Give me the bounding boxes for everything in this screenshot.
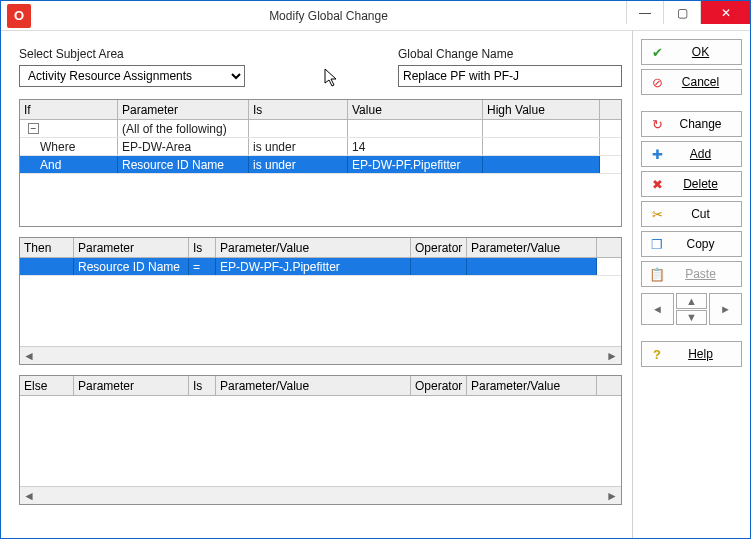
else-hdr-operator: Operator xyxy=(411,376,467,395)
scroll-right-icon[interactable]: ► xyxy=(603,347,621,365)
copy-button[interactable]: ❐ Copy xyxy=(641,231,742,257)
cut-icon: ✂ xyxy=(648,207,666,222)
if-grid[interactable]: If Parameter Is Value High Value − (All … xyxy=(19,99,622,227)
change-icon: ↻ xyxy=(648,117,666,132)
minimize-button[interactable]: — xyxy=(626,1,663,24)
nav-left-button[interactable]: ◄ xyxy=(641,293,674,325)
modify-global-change-window: O Modify Global Change — ▢ ✕ Select Subj… xyxy=(0,0,751,539)
delete-button[interactable]: ✖ Delete xyxy=(641,171,742,197)
add-icon: ✚ xyxy=(648,147,666,162)
then-hdr-is: Is xyxy=(189,238,216,257)
then-hdr-parameter: Parameter xyxy=(74,238,189,257)
grid-empty-area xyxy=(20,174,621,226)
if-row[interactable]: − (All of the following) xyxy=(20,120,621,138)
if-hdr-value: Value xyxy=(348,100,483,119)
grid-empty-area xyxy=(20,276,621,346)
else-hdr-paramvalue2: Parameter/Value xyxy=(467,376,597,395)
subject-area-label: Select Subject Area xyxy=(19,47,259,61)
then-hdr-paramvalue2: Parameter/Value xyxy=(467,238,597,257)
scroll-right-icon[interactable]: ► xyxy=(603,487,621,505)
ok-button[interactable]: ✔ OK xyxy=(641,39,742,65)
then-hdr-then: Then xyxy=(20,238,74,257)
if-hdr-if: If xyxy=(20,100,118,119)
then-hdr-operator: Operator xyxy=(411,238,467,257)
collapse-icon[interactable]: − xyxy=(28,123,39,134)
else-hdr-is: Is xyxy=(189,376,216,395)
scroll-left-icon[interactable]: ◄ xyxy=(20,347,38,365)
window-title: Modify Global Change xyxy=(31,9,626,23)
subject-area-select[interactable]: Activity Resource Assignments xyxy=(19,65,245,87)
if-hdr-high-value: High Value xyxy=(483,100,600,119)
else-hdr-parameter: Parameter xyxy=(74,376,189,395)
change-button[interactable]: ↻ Change xyxy=(641,111,742,137)
nav-arrows: ◄ ▲ ▼ ► xyxy=(641,293,742,325)
delete-icon: ✖ xyxy=(648,177,666,192)
else-hdr-else: Else xyxy=(20,376,74,395)
then-grid-header: Then Parameter Is Parameter/Value Operat… xyxy=(20,238,621,258)
nav-right-button[interactable]: ► xyxy=(709,293,742,325)
else-grid-header: Else Parameter Is Parameter/Value Operat… xyxy=(20,376,621,396)
change-name-input[interactable] xyxy=(398,65,622,87)
scrollbar[interactable]: ◄ ► xyxy=(20,346,621,364)
cancel-button[interactable]: ⊘ Cancel xyxy=(641,69,742,95)
then-row[interactable]: Resource ID Name = EP-DW-PF-J.Pipefitter xyxy=(20,258,621,276)
copy-icon: ❐ xyxy=(648,237,666,252)
close-button[interactable]: ✕ xyxy=(700,1,750,24)
if-hdr-is: Is xyxy=(249,100,348,119)
change-name-label: Global Change Name xyxy=(398,47,622,61)
sidebar: ✔ OK ⊘ Cancel ↻ Change ✚ Add ✖ Delete ✂ xyxy=(632,31,750,538)
help-icon: ? xyxy=(648,347,666,362)
then-hdr-paramvalue: Parameter/Value xyxy=(216,238,411,257)
paste-icon: 📋 xyxy=(648,267,666,282)
grid-empty-area xyxy=(20,396,621,486)
if-hdr-parameter: Parameter xyxy=(118,100,249,119)
app-icon: O xyxy=(7,4,31,28)
add-button[interactable]: ✚ Add xyxy=(641,141,742,167)
scroll-left-icon[interactable]: ◄ xyxy=(20,487,38,505)
nav-down-button[interactable]: ▼ xyxy=(676,310,707,326)
help-button[interactable]: ? Help xyxy=(641,341,742,367)
nav-up-button[interactable]: ▲ xyxy=(676,293,707,309)
then-grid[interactable]: Then Parameter Is Parameter/Value Operat… xyxy=(19,237,622,365)
cut-button[interactable]: ✂ Cut xyxy=(641,201,742,227)
cancel-icon: ⊘ xyxy=(648,75,666,90)
else-hdr-paramvalue: Parameter/Value xyxy=(216,376,411,395)
scrollbar[interactable]: ◄ ► xyxy=(20,486,621,504)
else-grid[interactable]: Else Parameter Is Parameter/Value Operat… xyxy=(19,375,622,505)
titlebar: O Modify Global Change — ▢ ✕ xyxy=(1,1,750,31)
if-row[interactable]: Where EP-DW-Area is under 14 xyxy=(20,138,621,156)
if-grid-header: If Parameter Is Value High Value xyxy=(20,100,621,120)
check-icon: ✔ xyxy=(648,45,666,60)
if-row[interactable]: And Resource ID Name is under EP-DW-PF.P… xyxy=(20,156,621,174)
paste-button[interactable]: 📋 Paste xyxy=(641,261,742,287)
maximize-button[interactable]: ▢ xyxy=(663,1,700,24)
main-panel: Select Subject Area Activity Resource As… xyxy=(1,31,632,538)
